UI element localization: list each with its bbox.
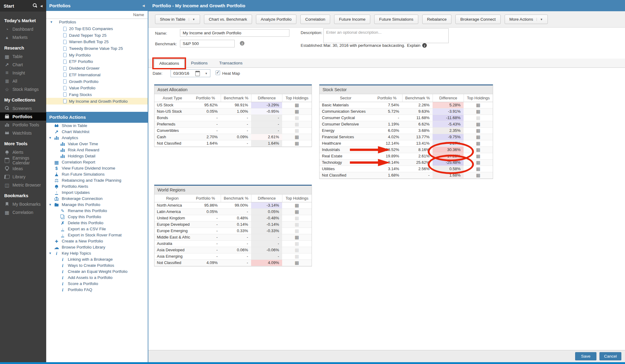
portfolio-action-item[interactable]: Browse Portfolio Library <box>46 244 148 250</box>
name-field[interactable]: My Income and Growth Portfolio <box>180 29 289 37</box>
portfolio-action-item[interactable]: Copy this Portfolio <box>46 214 148 220</box>
chevron-down-icon[interactable] <box>537 18 543 21</box>
top-holdings-icon[interactable] <box>464 108 493 115</box>
sidebar-item-insight[interactable]: Insight <box>0 69 46 77</box>
tab[interactable]: Transactions <box>214 59 248 67</box>
top-holdings-icon[interactable] <box>282 221 312 228</box>
top-holdings-icon[interactable] <box>282 108 312 115</box>
portfolio-action-item[interactable]: Rebalancing and Trade Planning <box>46 177 148 184</box>
sidebar-item-chart[interactable]: Chart <box>0 60 46 69</box>
column-header[interactable]: Portfolio % <box>372 94 402 102</box>
column-header[interactable]: Sector <box>319 94 372 102</box>
column-header[interactable]: Portfolio % <box>190 94 221 102</box>
sidebar-item-correlation[interactable]: Correlation <box>0 208 46 216</box>
expand-arrow-icon[interactable] <box>49 136 54 139</box>
top-holdings-icon[interactable] <box>282 140 312 146</box>
column-header[interactable]: Benchmark % <box>402 94 433 102</box>
portfolio-action-item[interactable]: Brokerage Connection <box>46 196 148 202</box>
chevron-down-icon[interactable] <box>189 18 195 21</box>
sidebar-item-my-bookmarks[interactable]: My Bookmarks <box>0 200 46 208</box>
sidebar-item-library[interactable]: Library <box>0 173 46 181</box>
portfolio-tree-item[interactable]: 20 Top ESG Companies <box>46 26 148 32</box>
save-button[interactable]: Save <box>575 352 596 360</box>
portfolio-tree-item[interactable]: Portfolios <box>46 19 148 26</box>
top-holdings-icon[interactable] <box>282 228 312 234</box>
portfolio-action-item[interactable]: Portfolio Alerts <box>46 184 148 190</box>
benchmark-field[interactable]: S&P 500 <box>180 40 235 47</box>
portfolio-action-item[interactable]: Rename this Portfolio <box>46 208 148 214</box>
portfolio-action-item[interactable]: Delete this Portfolio <box>46 220 148 226</box>
top-holdings-icon[interactable] <box>464 160 493 166</box>
expand-arrow-icon[interactable] <box>49 203 54 206</box>
portfolio-tree-item[interactable]: David Tepper Top 25 <box>46 32 148 39</box>
portfolio-action-item[interactable]: Show in Table <box>46 123 148 129</box>
future-simulations-button[interactable]: Future Simulations <box>374 15 418 24</box>
portfolio-action-item[interactable]: Portfolio FAQ <box>46 287 148 293</box>
top-holdings-icon[interactable] <box>464 115 493 121</box>
portfolio-action-item[interactable]: Chart Watchlist <box>46 129 148 135</box>
top-holdings-icon[interactable] <box>464 134 493 140</box>
brokerage-connect-button[interactable]: Brokerage Connect <box>455 15 500 24</box>
portfolio-action-item[interactable]: Run Future Simulations <box>46 171 148 177</box>
sidebar-item-ideas[interactable]: Ideas <box>0 164 46 173</box>
top-holdings-icon[interactable] <box>464 147 493 153</box>
top-holdings-icon[interactable] <box>282 115 312 121</box>
top-holdings-icon[interactable] <box>464 128 493 134</box>
portfolio-action-item[interactable]: Holdings Detail <box>46 153 148 159</box>
portfolio-tree-item[interactable]: Growth Portfolio <box>46 78 148 85</box>
column-header[interactable]: Top Holdings <box>282 94 312 102</box>
tab[interactable]: Positions <box>186 59 213 67</box>
sidebar-item-earnings-calendar[interactable]: Earnings Calendar <box>0 156 46 164</box>
description-field[interactable]: Enter an optional description... <box>323 28 449 43</box>
tree-column-header[interactable]: Name <box>46 11 148 19</box>
portfolio-tree-item[interactable]: Warren Buffett Top 25 <box>46 39 148 45</box>
sidebar-item-watchlists[interactable]: Watchlists <box>0 129 46 137</box>
sidebar-item-dashboard[interactable]: Dashboard <box>0 25 46 33</box>
show-in-table-button[interactable]: Show in Table <box>155 15 200 24</box>
chevron-down-icon[interactable] <box>205 72 208 75</box>
top-holdings-icon[interactable] <box>464 102 493 108</box>
portfolio-action-item[interactable]: Import Updates <box>46 190 148 196</box>
sidebar-item-table[interactable]: Table <box>0 52 46 60</box>
portfolio-tree-item[interactable]: ETF Portoflio <box>46 58 148 65</box>
column-header[interactable]: Benchmark % <box>221 94 251 102</box>
top-holdings-icon[interactable] <box>282 234 312 240</box>
collapse-sidebar-icon[interactable] <box>40 4 43 8</box>
top-holdings-icon[interactable] <box>282 202 312 208</box>
sidebar-item-portfolios[interactable]: Portfolios <box>0 112 46 121</box>
column-header[interactable]: Region <box>154 194 190 202</box>
more-actions-button[interactable]: More Actions <box>505 15 548 24</box>
portfolio-action-item[interactable]: View Future Dividend Income <box>46 165 148 171</box>
explain-info-icon[interactable]: i <box>422 43 427 48</box>
top-holdings-icon[interactable] <box>282 253 312 259</box>
portfolio-action-item[interactable]: Export as a CSV File <box>46 226 148 232</box>
sidebar-item-stock-ratings[interactable]: Stock Ratings <box>0 85 46 93</box>
column-header[interactable]: Difference <box>251 94 282 102</box>
portfolio-action-item[interactable]: Key Help Topics <box>46 250 148 256</box>
top-holdings-icon[interactable] <box>282 121 312 127</box>
top-holdings-icon[interactable] <box>282 215 312 221</box>
sidebar-item-portfolio-tools[interactable]: Portfolio Tools <box>0 121 46 129</box>
chart-vs-benchmark-button[interactable]: Chart vs. Benchmark <box>204 15 252 24</box>
top-holdings-icon[interactable] <box>282 209 312 215</box>
portfolio-action-item[interactable]: Score a Portfolio <box>46 281 148 287</box>
column-header[interactable]: Top Holdings <box>464 94 493 102</box>
top-holdings-icon[interactable] <box>282 128 312 134</box>
portfolio-action-item[interactable]: Risk And Reward <box>46 147 148 153</box>
column-header[interactable]: Top Holdings <box>282 194 312 202</box>
top-holdings-icon[interactable] <box>464 172 493 178</box>
search-icon[interactable] <box>32 3 38 8</box>
sidebar-item-metric-browser[interactable]: Metric Browser <box>0 181 46 189</box>
collapse-panel-icon[interactable] <box>142 4 145 7</box>
column-header[interactable]: Benchmark % <box>221 194 251 202</box>
column-header[interactable]: Portfolio % <box>190 194 221 202</box>
portfolio-tree-item[interactable]: Tweedy Browne Value Top 25 <box>46 45 148 52</box>
portfolio-action-item[interactable]: Manage this Portfolio <box>46 202 148 208</box>
date-input[interactable]: 03/30/16 <box>171 69 210 77</box>
portfolio-tree-item[interactable]: Dividend Grower <box>46 65 148 72</box>
top-holdings-icon[interactable] <box>464 121 493 127</box>
column-header[interactable]: Asset Type <box>154 94 190 102</box>
sidebar-item-screeners[interactable]: Screeners <box>0 104 46 112</box>
correlation-button[interactable]: Correlation <box>300 15 330 24</box>
column-header[interactable]: Difference <box>251 194 282 202</box>
